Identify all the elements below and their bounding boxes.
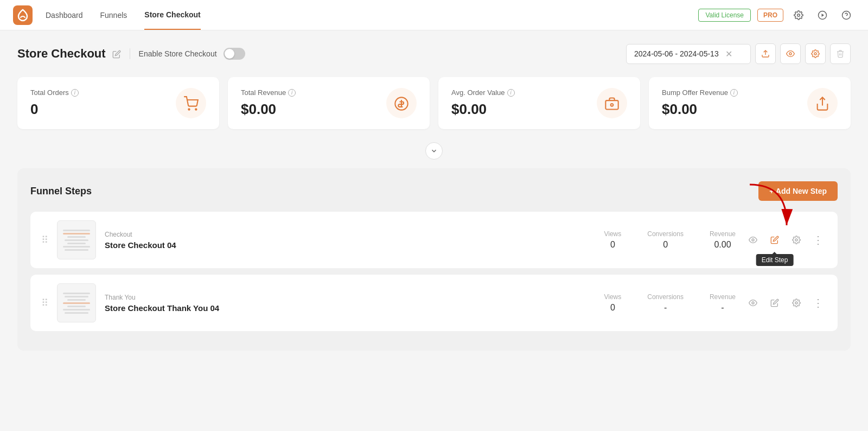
avg-order-info-icon[interactable]: i xyxy=(507,89,515,97)
svg-marker-3 xyxy=(822,14,825,17)
step-row-checkout: ⠿ Checkout Store Checkout 04 Views 0 xyxy=(30,212,838,268)
revenue-value-1: 0.00 xyxy=(710,240,736,250)
date-range-picker[interactable]: 2024-05-06 - 2024-05-13 ✕ xyxy=(626,44,751,64)
settings-icon-btn[interactable] xyxy=(805,43,826,64)
step-actions-2: ⋮ xyxy=(744,294,827,312)
funnel-title: Funnel Steps xyxy=(30,186,92,197)
bump-offer-icon-wrap xyxy=(807,88,838,118)
views-value-1: 0 xyxy=(604,240,621,250)
svg-point-15 xyxy=(752,239,754,241)
header-right: 2024-05-06 - 2024-05-13 ✕ xyxy=(626,43,851,64)
total-orders-info-icon[interactable]: i xyxy=(71,89,79,97)
svg-point-13 xyxy=(611,104,614,106)
step-thumbnail-1 xyxy=(57,220,96,259)
total-revenue-info-icon[interactable]: i xyxy=(288,89,296,97)
svg-point-19 xyxy=(795,302,797,304)
bump-offer-value: $0.00 xyxy=(662,101,738,118)
funnel-header: Funnel Steps + Add New Step xyxy=(30,181,838,201)
cart-icon xyxy=(183,95,199,111)
step-views-col-1: Views 0 xyxy=(604,230,621,250)
settings-step-icon-1[interactable] xyxy=(788,231,805,249)
settings-step-icon-2[interactable] xyxy=(788,294,805,312)
more-step-icon-1[interactable]: ⋮ xyxy=(809,231,827,249)
header-divider xyxy=(130,48,130,59)
page-header: Store Checkout Enable Store Checkout 202… xyxy=(17,43,851,64)
nav-right: Valid License PRO xyxy=(698,7,855,24)
step-revenue-col-1: Revenue 0.00 xyxy=(710,230,736,250)
drag-handle-2[interactable]: ⠿ xyxy=(41,297,48,309)
nav-store-checkout[interactable]: Store Checkout xyxy=(144,1,200,30)
drag-handle-1[interactable]: ⠿ xyxy=(41,234,48,246)
edit-step-icon-1[interactable]: Edit Step xyxy=(766,231,783,249)
pro-badge: PRO xyxy=(757,9,783,22)
edit-step-icon-2[interactable] xyxy=(766,294,783,312)
add-step-button[interactable]: + Add New Step xyxy=(758,181,838,201)
svg-rect-0 xyxy=(13,5,33,25)
bump-offer-label: Bump Offer Revenue xyxy=(662,88,728,97)
svg-point-8 xyxy=(814,53,816,55)
stat-total-orders: Total Orders i 0 xyxy=(17,77,219,129)
more-step-icon-2[interactable]: ⋮ xyxy=(809,294,827,312)
delete-icon-btn[interactable] xyxy=(830,43,851,64)
step-views-col-2: Views 0 xyxy=(604,293,621,313)
nav-links: Dashboard Funnels Store Checkout xyxy=(46,1,698,30)
revenue-label-2: Revenue xyxy=(710,293,736,301)
preview-icon-btn[interactable] xyxy=(780,43,801,64)
settings-nav-icon[interactable] xyxy=(790,7,807,24)
stat-avg-order: Avg. Order Value i $0.00 xyxy=(438,77,640,129)
collapse-btn[interactable] xyxy=(425,142,443,160)
dollar-icon xyxy=(394,95,409,111)
views-label-1: Views xyxy=(604,230,621,238)
conversions-value-1: 0 xyxy=(647,240,684,250)
view-step-icon-2[interactable] xyxy=(744,294,762,312)
money-icon xyxy=(604,95,620,111)
svg-point-1 xyxy=(797,14,800,16)
step-info-2: Thank You Store Checkout Thank You 04 xyxy=(105,294,595,313)
total-revenue-label: Total Revenue xyxy=(241,88,286,97)
conversions-label-1: Conversions xyxy=(647,230,684,238)
step-stats-1: Views 0 Conversions 0 Revenue 0.00 xyxy=(604,230,736,250)
upload-icon-btn[interactable] xyxy=(755,43,776,64)
conversions-label-2: Conversions xyxy=(647,293,684,301)
step-row-thankyou: ⠿ Thank You Store Checkout Thank You 04 … xyxy=(30,275,838,331)
svg-point-18 xyxy=(752,302,754,304)
nav-funnels[interactable]: Funnels xyxy=(100,1,127,29)
date-range-clear-icon[interactable]: ✕ xyxy=(725,49,732,59)
step-name-1: Store Checkout 04 xyxy=(105,240,595,250)
bump-offer-info-icon[interactable]: i xyxy=(730,89,738,97)
app-logo[interactable] xyxy=(13,5,33,25)
step-revenue-col-2: Revenue - xyxy=(710,293,736,313)
conversions-value-2: - xyxy=(647,303,684,313)
stat-total-revenue: Total Revenue i $0.00 xyxy=(228,77,430,129)
svg-point-7 xyxy=(789,53,792,55)
avg-order-label: Avg. Order Value xyxy=(451,88,505,97)
step-thumbnail-2 xyxy=(57,283,96,322)
svg-point-10 xyxy=(195,109,196,110)
page-title: Store Checkout xyxy=(17,47,106,61)
stats-grid: Total Orders i 0 Total Revenue i xyxy=(17,77,851,129)
step-name-2: Store Checkout Thank You 04 xyxy=(105,303,595,313)
collapse-row xyxy=(17,142,851,160)
top-navigation: Dashboard Funnels Store Checkout Valid L… xyxy=(0,0,868,30)
edit-title-icon[interactable] xyxy=(112,49,121,59)
total-orders-value: 0 xyxy=(30,101,79,118)
enable-toggle[interactable] xyxy=(224,48,245,60)
total-orders-label: Total Orders xyxy=(30,88,69,97)
avg-order-value: $0.00 xyxy=(451,101,515,118)
svg-point-9 xyxy=(188,109,189,110)
help-nav-icon[interactable] xyxy=(838,7,855,24)
view-step-icon-1[interactable] xyxy=(744,231,762,249)
nav-dashboard[interactable]: Dashboard xyxy=(46,1,83,29)
step-conversions-col-2: Conversions - xyxy=(647,293,684,313)
step-conversions-col-1: Conversions 0 xyxy=(647,230,684,250)
share-icon xyxy=(815,95,830,111)
stat-bump-offer: Bump Offer Revenue i $0.00 xyxy=(649,77,851,129)
funnel-section: Funnel Steps + Add New Step ⠿ Checkout S… xyxy=(17,168,851,351)
step-type-1: Checkout xyxy=(105,231,595,238)
total-orders-icon-wrap xyxy=(176,88,206,118)
avg-order-icon-wrap xyxy=(597,88,627,118)
total-revenue-icon-wrap xyxy=(386,88,417,118)
revenue-value-2: - xyxy=(710,303,736,313)
views-value-2: 0 xyxy=(604,303,621,313)
play-nav-icon[interactable] xyxy=(814,7,831,24)
